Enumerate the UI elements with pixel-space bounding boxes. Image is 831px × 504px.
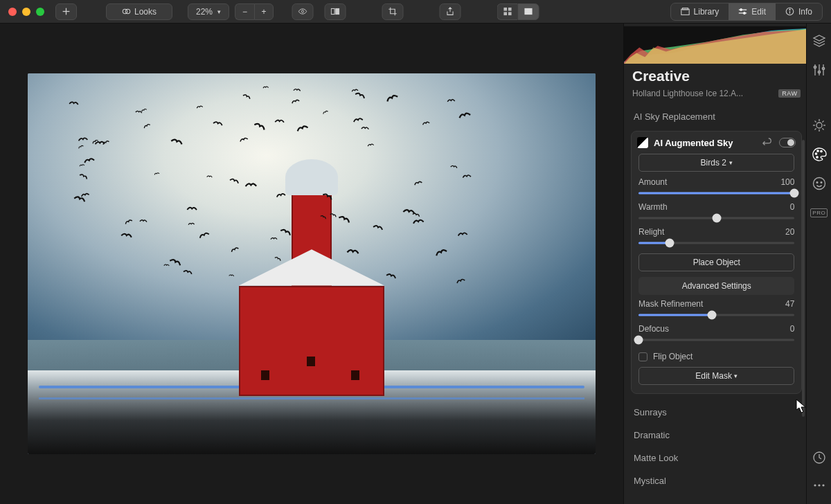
edit-mask-button[interactable]: Edit Mask ▾ [638, 367, 794, 385]
filename-row: Holland Lighthouse Ice 12.A... RAW [632, 89, 801, 98]
svg-rect-7 [503, 8, 507, 11]
looks-button[interactable]: Looks [106, 3, 172, 20]
histogram[interactable] [624, 26, 806, 64]
bird-icon [69, 99, 80, 106]
window-controls [8, 8, 44, 16]
grid-view-button[interactable] [497, 3, 518, 20]
crop-button[interactable] [382, 3, 404, 20]
slider-mask-refinement-track[interactable] [638, 310, 794, 320]
tab-edit[interactable]: Edit [729, 3, 776, 20]
tab-library-label: Library [694, 7, 720, 17]
tool-mystical[interactable]: Mystical [632, 469, 801, 492]
layers-icon[interactable] [812, 33, 827, 48]
slider-relight-label: Relight [638, 227, 664, 237]
bird-icon [346, 246, 361, 256]
svg-point-41 [816, 182, 818, 183]
creative-icon[interactable] [812, 147, 827, 162]
bird-icon [456, 230, 468, 237]
view-mode-toggle [497, 3, 539, 20]
minimize-window-icon[interactable] [22, 8, 30, 16]
essentials-icon[interactable] [812, 118, 827, 133]
photo-lighthouse [239, 195, 384, 396]
undo-icon[interactable] [762, 138, 772, 147]
slider-amount-track[interactable] [638, 188, 794, 198]
bird-icon [262, 85, 269, 89]
zoom-value: 22% [196, 7, 213, 17]
tool-ai-sky-replacement[interactable]: AI Sky Replacement [632, 105, 801, 128]
adjustments-icon[interactable] [812, 62, 827, 78]
tab-library[interactable]: Library [671, 3, 729, 20]
bird-icon [94, 139, 106, 147]
sky-preset-dropdown[interactable]: Birds 2▾ [638, 154, 794, 172]
slider-warmth-track[interactable] [638, 213, 794, 223]
portrait-icon[interactable] [812, 176, 827, 191]
flip-object-row: Flip Object [638, 352, 794, 361]
svg-rect-8 [508, 8, 512, 11]
slider-mask-refinement-thumb[interactable] [707, 311, 716, 320]
slider-defocus-thumb[interactable] [634, 336, 643, 345]
bird-icon [270, 236, 278, 241]
tool-category-rail: PRO [806, 24, 831, 504]
slider-amount-label: Amount [638, 177, 667, 187]
slider-relight: Relight20 [638, 227, 794, 248]
slider-relight-thumb[interactable] [665, 239, 674, 248]
zoom-out-button[interactable]: − [235, 3, 254, 20]
photo-rail [39, 397, 584, 399]
svg-point-16 [740, 9, 742, 11]
history-icon[interactable] [812, 450, 827, 465]
slider-warmth: Warmth0 [638, 202, 794, 223]
svg-point-45 [818, 484, 820, 486]
more-icon[interactable] [812, 478, 827, 493]
close-window-icon[interactable] [8, 8, 17, 16]
svg-line-35 [822, 121, 823, 123]
bird-icon [447, 97, 456, 103]
svg-rect-10 [508, 12, 512, 15]
svg-point-46 [822, 484, 824, 486]
svg-rect-5 [331, 8, 334, 14]
filename: Holland Lighthouse Ice 12.A... [632, 89, 773, 98]
bird-icon [274, 118, 285, 125]
bird-icon [229, 273, 235, 278]
single-view-button[interactable] [518, 3, 539, 20]
zoom-dropdown[interactable]: 22%▾ [188, 3, 229, 20]
zoom-window-icon[interactable] [36, 8, 44, 16]
edit-sidebar: Creative Holland Lighthouse Ice 12.A... … [623, 24, 806, 504]
slider-warmth-thumb[interactable] [712, 214, 721, 223]
tool-dramatic[interactable]: Dramatic [632, 424, 801, 447]
zoom-in-button[interactable]: + [254, 3, 274, 20]
svg-point-42 [821, 182, 822, 183]
flip-object-checkbox[interactable] [638, 352, 647, 361]
svg-rect-9 [503, 12, 507, 15]
bird-icon [361, 125, 370, 131]
tab-info[interactable]: Info [776, 3, 822, 20]
sidebar-scrollbar[interactable] [802, 140, 805, 417]
image-canvas[interactable] [0, 24, 623, 504]
slider-defocus-track[interactable] [638, 335, 794, 345]
svg-rect-6 [336, 8, 339, 14]
app-toolbar: Looks 22%▾ − + [0, 0, 831, 24]
flip-object-label: Flip Object [653, 352, 692, 361]
pro-icon[interactable]: PRO [812, 205, 827, 220]
slider-defocus-label: Defocus [638, 324, 669, 334]
panel-ai-augmented-sky: AI Augmented Sky Birds 2▾ Amount100 Warm… [631, 131, 802, 394]
slider-mask-refinement: Mask Refinement47 [638, 299, 794, 320]
place-object-button[interactable]: Place Object [638, 253, 794, 271]
advanced-settings-button[interactable]: Advanced Settings [638, 277, 794, 295]
slider-mask-refinement-value: 47 [785, 299, 794, 309]
slider-mask-refinement-label: Mask Refinement [638, 299, 703, 309]
tool-sunrays[interactable]: Sunrays [632, 401, 801, 424]
add-button[interactable] [55, 3, 77, 20]
panel-title: AI Augmented Sky [654, 138, 757, 148]
compare-button[interactable] [325, 3, 346, 20]
svg-point-44 [814, 484, 816, 486]
slider-relight-track[interactable] [638, 238, 794, 248]
bird-icon [139, 217, 148, 223]
tool-matte-look[interactable]: Matte Look [632, 447, 801, 469]
section-title: Creative [632, 68, 801, 84]
slider-amount-thumb[interactable] [790, 189, 799, 198]
svg-point-20 [789, 9, 790, 10]
share-button[interactable] [440, 3, 461, 20]
preview-button[interactable] [292, 3, 314, 20]
svg-point-17 [744, 12, 746, 15]
panel-toggle[interactable] [779, 138, 796, 147]
